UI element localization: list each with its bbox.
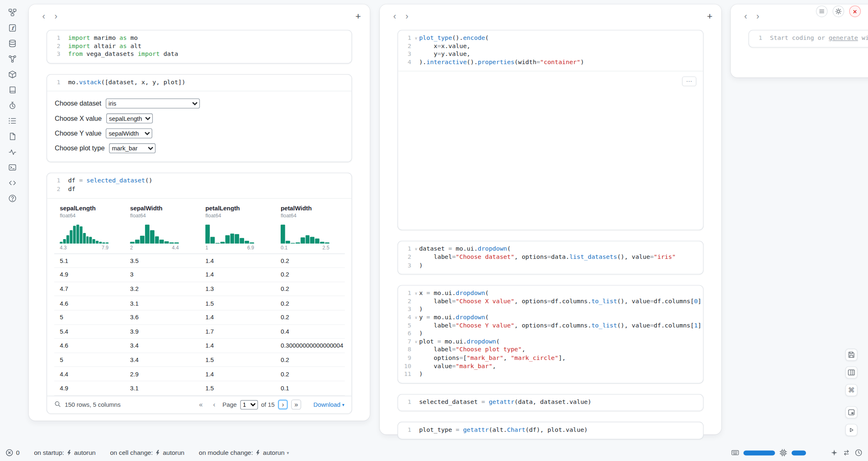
- code-line[interactable]: 1selected_dataset = getattr(data, datase…: [398, 398, 698, 406]
- code-line[interactable]: 1plot_type = getattr(alt.Chart(df), plot…: [398, 426, 698, 435]
- outline-icon[interactable]: [6, 116, 18, 126]
- code-line[interactable]: 4).interactive().properties(width="conta…: [398, 58, 698, 67]
- cpu-icon[interactable]: [779, 449, 787, 456]
- variables-icon[interactable]: [6, 54, 18, 64]
- code-line[interactable]: 2 x=x.value,: [398, 42, 698, 51]
- packages-icon[interactable]: [6, 70, 18, 79]
- file-icon[interactable]: f: [6, 23, 18, 33]
- ui-dropdown-row: Choose X valuesepalLength: [55, 114, 344, 124]
- code-line[interactable]: 1import marimo as mo: [47, 35, 347, 43]
- help-icon[interactable]: [6, 194, 18, 203]
- choose-plot-type-select[interactable]: mark_bar: [109, 143, 155, 153]
- datasources-icon[interactable]: [6, 39, 18, 48]
- code-line[interactable]: 5 label="Choose Y value", options=df.col…: [398, 322, 698, 330]
- menu-button[interactable]: [816, 5, 827, 17]
- sparkle-icon[interactable]: [830, 449, 838, 456]
- keyboard-shortcuts-button[interactable]: ⌘: [845, 384, 858, 396]
- terminal-icon[interactable]: [6, 163, 18, 172]
- add-cell-button[interactable]: +: [707, 11, 712, 22]
- scratchpad-icon[interactable]: [6, 132, 18, 141]
- column-header-sepalLength[interactable]: sepalLengthfloat644.37.9: [54, 203, 125, 254]
- code-line[interactable]: 10 value="mark_bar",: [398, 362, 698, 371]
- column-header-petalWidth[interactable]: petalWidthfloat640.12.5: [275, 203, 345, 254]
- on-module-change-chip[interactable]: on module change: autorun ▾: [199, 449, 289, 456]
- fold-chevron-icon[interactable]: ∨: [413, 338, 419, 346]
- swap-icon[interactable]: [843, 449, 850, 456]
- keyboard-icon[interactable]: [731, 449, 739, 456]
- code-line[interactable]: 2 label="Choose dataset", options=data.l…: [398, 254, 698, 262]
- code-editor[interactable]: 1∨plot_type().encode(2 x=x.value,3 y=y.v…: [398, 30, 703, 71]
- chevron-left-icon[interactable]: ‹: [38, 12, 50, 21]
- code-line[interactable]: 9 options=["mark_bar", "mark_circle"],: [398, 354, 698, 362]
- code-line[interactable]: 11): [398, 370, 698, 378]
- next-page-button[interactable]: ›: [278, 399, 288, 409]
- code-line[interactable]: 3): [398, 262, 698, 270]
- chevron-right-icon[interactable]: ›: [401, 12, 413, 21]
- choose-y-value-select[interactable]: sepalWidth: [106, 129, 152, 138]
- bar-chart[interactable]: [404, 77, 694, 224]
- dependency-graph-icon[interactable]: [6, 8, 18, 17]
- code-line[interactable]: 8 label="Choose plot type",: [398, 346, 698, 354]
- download-button[interactable]: Download▾: [313, 401, 344, 408]
- chevron-right-icon[interactable]: ›: [50, 12, 62, 21]
- code-editor[interactable]: 1selected_dataset = getattr(data, datase…: [398, 394, 703, 411]
- code-editor[interactable]: 1df = selected_dataset()2df: [47, 173, 351, 198]
- errors-indicator[interactable]: 0: [5, 449, 19, 456]
- activity-rail: f: [0, 0, 25, 461]
- logs-icon[interactable]: [6, 147, 18, 157]
- fold-chevron-icon[interactable]: ∨: [413, 35, 419, 43]
- last-page-button[interactable]: »: [291, 399, 301, 409]
- code-line[interactable]: 2 label="Choose X value", options=df.col…: [398, 297, 698, 306]
- chevron-right-icon[interactable]: ›: [752, 12, 764, 21]
- column-header-sepalWidth[interactable]: sepalWidthfloat6424.4: [125, 203, 200, 254]
- generate-link[interactable]: generate: [829, 35, 858, 42]
- code-line[interactable]: 1df = selected_dataset(): [47, 177, 347, 186]
- code-line[interactable]: 1∨x = mo.ui.dropdown(: [398, 290, 698, 298]
- on-cell-change-chip[interactable]: on cell change: autorun: [110, 449, 185, 456]
- fold-chevron-icon[interactable]: ∨: [413, 290, 419, 298]
- code-line[interactable]: 2import altair as alt: [47, 42, 347, 51]
- clock-icon[interactable]: [855, 449, 863, 456]
- fold-chevron-icon[interactable]: ∨: [413, 314, 419, 322]
- settings-button[interactable]: [833, 5, 844, 17]
- search-icon[interactable]: [54, 401, 62, 409]
- code-line[interactable]: 1∨dataset = mo.ui.dropdown(: [398, 245, 698, 254]
- choose-dataset-select[interactable]: iris: [106, 99, 200, 108]
- add-cell-button[interactable]: +: [356, 11, 361, 22]
- code-line[interactable]: 1∨plot_type().encode(: [398, 35, 698, 43]
- save-button[interactable]: [845, 349, 858, 361]
- dropdown-label: Choose dataset: [55, 100, 101, 108]
- code-editor[interactable]: 1 Start coding or generate with: [749, 30, 868, 47]
- choose-x-value-select[interactable]: sepalLength: [106, 114, 152, 124]
- chevron-left-icon[interactable]: ‹: [389, 12, 401, 21]
- chart-menu-button[interactable]: ⋯: [682, 76, 696, 86]
- shutdown-button[interactable]: ×: [849, 5, 861, 17]
- code-line[interactable]: 3): [398, 306, 698, 314]
- code-editor[interactable]: 1plot_type = getattr(alt.Chart(df), plot…: [398, 422, 703, 439]
- page-select[interactable]: 1: [240, 400, 258, 409]
- layout-grid-button[interactable]: [845, 366, 858, 379]
- first-page-button[interactable]: «: [196, 399, 206, 409]
- code-cell-vstack: 1mo.vstack([dataset, x, y, plot]) Choose…: [46, 74, 352, 162]
- code-line[interactable]: 4∨y = mo.ui.dropdown(: [398, 314, 698, 322]
- code-line[interactable]: 3from vega_datasets import data: [47, 51, 347, 59]
- code-editor[interactable]: 1import marimo as mo2import altair as al…: [47, 30, 351, 63]
- code-editor[interactable]: 1∨dataset = mo.ui.dropdown(2 label="Choo…: [398, 242, 703, 274]
- column-header-petalLength[interactable]: petalLengthfloat6416.9: [200, 203, 275, 254]
- code-editor[interactable]: 1mo.vstack([dataset, x, y, plot]): [47, 75, 351, 91]
- console-panel-button[interactable]: [845, 406, 858, 419]
- fold-chevron-icon[interactable]: ∨: [413, 245, 419, 254]
- code-editor[interactable]: 1∨x = mo.ui.dropdown(2 label="Choose X v…: [398, 286, 703, 383]
- on-startup-chip[interactable]: on startup: autorun: [34, 449, 96, 456]
- prev-page-button[interactable]: ‹: [209, 399, 219, 409]
- code-line[interactable]: 7∨plot = mo.ui.dropdown(: [398, 338, 698, 346]
- code-line[interactable]: 1mo.vstack([dataset, x, y, plot]): [47, 78, 347, 87]
- chevron-left-icon[interactable]: ‹: [740, 12, 752, 21]
- documentation-icon[interactable]: [6, 85, 18, 95]
- code-line[interactable]: 6): [398, 330, 698, 338]
- tracing-icon[interactable]: [6, 101, 18, 110]
- run-all-button[interactable]: [845, 424, 858, 436]
- code-line[interactable]: 3 y=y.value,: [398, 51, 698, 59]
- snippets-icon[interactable]: [6, 178, 18, 188]
- code-line[interactable]: 2df: [47, 185, 347, 194]
